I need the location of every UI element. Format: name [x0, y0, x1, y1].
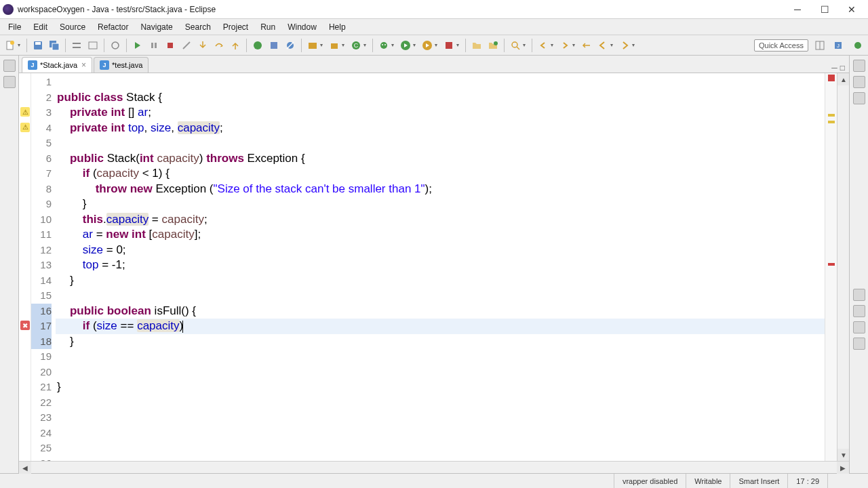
horizontal-scrollbar[interactable]: ◀ ▶: [19, 461, 849, 473]
dropdown-icon[interactable]: ▾: [413, 42, 418, 48]
scroll-right-icon[interactable]: ▶: [837, 462, 849, 474]
dropdown-icon[interactable]: ▾: [632, 42, 637, 48]
task-list-icon[interactable]: [853, 76, 865, 88]
menu-edit[interactable]: Edit: [28, 21, 53, 33]
dropdown-icon[interactable]: ▾: [18, 42, 23, 48]
dropdown-icon[interactable]: ▾: [342, 42, 347, 48]
annotation-ruler[interactable]: ⚠⚠✖: [19, 73, 31, 461]
dropdown-icon[interactable]: ▾: [523, 42, 528, 48]
restore-view-icon[interactable]: [853, 289, 865, 301]
javadoc-icon[interactable]: [853, 321, 865, 333]
new-java-project-button[interactable]: [305, 38, 320, 53]
dropdown-icon[interactable]: ▾: [320, 42, 326, 48]
warning-marker-icon[interactable]: ⚠: [20, 107, 30, 117]
last-edit-button[interactable]: [579, 38, 594, 53]
dropdown-icon[interactable]: ▾: [572, 42, 578, 48]
menu-navigate[interactable]: Navigate: [135, 21, 178, 33]
switch-editor-button[interactable]: [85, 38, 100, 53]
dropdown-icon[interactable]: ▾: [363, 42, 369, 48]
warning-marker-icon[interactable]: ⚠: [20, 123, 30, 132]
menu-help[interactable]: Help: [323, 21, 351, 33]
open-perspective-button[interactable]: [812, 38, 827, 53]
maximize-button[interactable]: ☐: [811, 1, 838, 18]
menu-window[interactable]: Window: [282, 21, 322, 33]
svg-rect-3: [35, 42, 41, 45]
step-over-button[interactable]: [212, 38, 226, 53]
close-tab-icon[interactable]: ×: [81, 60, 86, 70]
forward-button[interactable]: [617, 38, 632, 53]
problems-icon[interactable]: [853, 305, 865, 317]
debug-suspend-button[interactable]: [146, 38, 161, 53]
run-button[interactable]: [398, 38, 413, 53]
menu-source[interactable]: Source: [54, 21, 91, 33]
new-class-button[interactable]: C: [349, 38, 363, 53]
svg-point-13: [254, 41, 262, 49]
overview-warning-mark[interactable]: [828, 121, 835, 123]
code-editor[interactable]: ⚠⚠✖ 123456789101112131415161718192021222…: [19, 73, 849, 461]
build-button[interactable]: [108, 38, 123, 53]
code-text-area[interactable]: public class Stack { private int [] ar; …: [56, 73, 825, 461]
step-into-button[interactable]: [195, 38, 210, 53]
dropdown-icon[interactable]: ▾: [456, 42, 462, 48]
search-button[interactable]: [508, 38, 523, 53]
toggle-breadcrumb-button[interactable]: [69, 38, 84, 53]
dropdown-icon[interactable]: ▾: [391, 42, 397, 48]
debug-button[interactable]: [376, 38, 391, 53]
save-all-button[interactable]: [47, 38, 62, 53]
open-type-button[interactable]: [250, 38, 265, 53]
svg-text:J: J: [837, 43, 840, 49]
menu-refactor[interactable]: Refactor: [92, 21, 134, 33]
package-explorer-icon[interactable]: [3, 76, 16, 88]
outline-icon[interactable]: [853, 92, 865, 104]
annotation-next-button[interactable]: [557, 38, 572, 53]
dropdown-icon[interactable]: ▾: [610, 42, 616, 48]
java-perspective-button[interactable]: J: [831, 38, 846, 53]
error-marker-icon[interactable]: ✖: [20, 321, 30, 330]
line-number-gutter[interactable]: 1234567891011121314151617181920212223242…: [31, 73, 56, 461]
minimize-button[interactable]: ─: [784, 1, 811, 18]
menu-run[interactable]: Run: [255, 21, 281, 33]
dropdown-icon[interactable]: ▾: [435, 42, 440, 48]
error-indicator-icon: [828, 75, 835, 81]
new-package-button[interactable]: [327, 38, 342, 53]
restore-view-icon[interactable]: [853, 60, 865, 72]
external-tools-button[interactable]: [441, 38, 456, 53]
tab-stack-java[interactable]: J *Stack.java ×: [22, 57, 92, 73]
overview-error-mark[interactable]: [828, 263, 835, 266]
debug-disconnect-button[interactable]: [179, 38, 194, 53]
vertical-scrollbar[interactable]: ▲ ▼: [837, 73, 849, 461]
tab-label: *test.java: [112, 61, 142, 69]
overview-ruler[interactable]: [825, 73, 837, 461]
scroll-up-icon[interactable]: ▲: [837, 73, 849, 85]
menu-search[interactable]: Search: [180, 21, 216, 33]
open-task-button[interactable]: [267, 38, 281, 53]
debug-terminate-button[interactable]: [163, 38, 178, 53]
step-return-button[interactable]: [228, 38, 243, 53]
menu-file[interactable]: File: [3, 21, 26, 33]
java-file-icon: J: [100, 60, 109, 70]
scroll-left-icon[interactable]: ◀: [19, 462, 31, 474]
debug-perspective-button[interactable]: [850, 38, 865, 53]
tab-test-java[interactable]: J *test.java: [94, 57, 149, 73]
skip-breakpoints-button[interactable]: [283, 38, 298, 53]
svg-point-9: [112, 42, 119, 49]
overview-warning-mark[interactable]: [828, 114, 835, 117]
declaration-icon[interactable]: [853, 338, 865, 350]
minimize-editor-icon[interactable]: ─: [831, 63, 837, 73]
quick-access-field[interactable]: Quick Access: [754, 39, 808, 52]
back-button[interactable]: [595, 38, 610, 53]
annotation-prev-button[interactable]: [536, 38, 551, 53]
maximize-editor-icon[interactable]: □: [840, 63, 845, 73]
scroll-down-icon[interactable]: ▼: [837, 449, 849, 461]
new-file-button[interactable]: [486, 38, 500, 53]
save-button[interactable]: [31, 38, 45, 53]
debug-resume-button[interactable]: [130, 38, 145, 53]
restore-view-icon[interactable]: [3, 60, 16, 72]
coverage-button[interactable]: [420, 38, 435, 53]
menu-project[interactable]: Project: [218, 21, 254, 33]
dropdown-icon[interactable]: ▾: [551, 42, 556, 48]
svg-line-29: [517, 47, 519, 49]
new-folder-button[interactable]: [469, 38, 484, 53]
new-button[interactable]: [3, 38, 18, 53]
close-button[interactable]: ✕: [838, 1, 865, 18]
